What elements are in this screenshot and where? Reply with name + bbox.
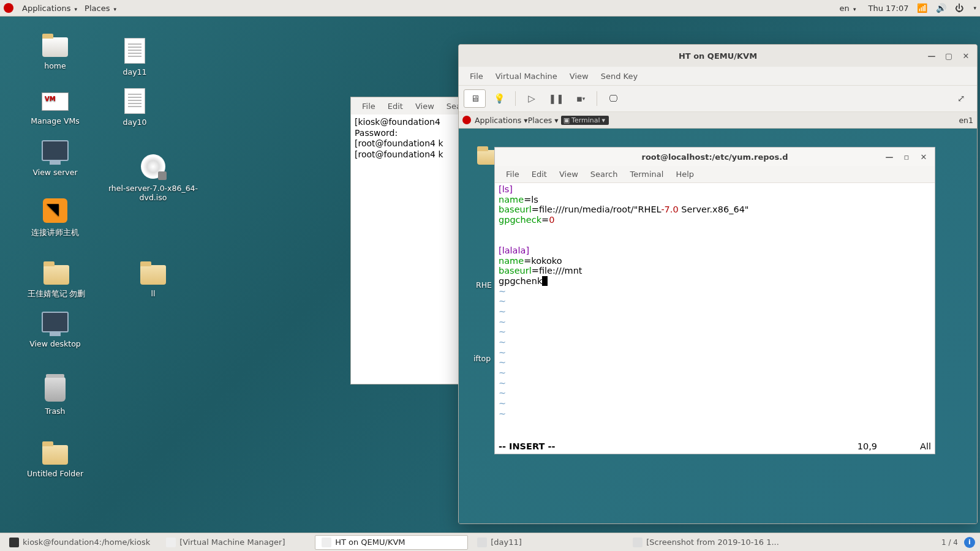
- maximize-button[interactable]: ▢: [940, 48, 957, 64]
- snapshot-button[interactable]: 🖵: [602, 89, 624, 108]
- menu-file[interactable]: File: [357, 100, 380, 112]
- window-title: HT on QEMU/KVM: [679, 51, 757, 61]
- console-button[interactable]: 🖥: [464, 89, 486, 108]
- minimize-button[interactable]: —: [923, 48, 940, 64]
- guest-terminal-indicator[interactable]: ▣ Terminal ▾: [561, 116, 609, 125]
- vim-scroll-pct: All: [920, 441, 931, 454]
- guest-label-rhel: RHE: [476, 280, 492, 290]
- task-imageviewer[interactable]: [Screenshot from 2019-10-16 1...: [626, 535, 786, 550]
- menu-view[interactable]: View: [410, 100, 439, 112]
- ll-folder[interactable]: ll: [116, 257, 190, 298]
- pause-button[interactable]: ❚❚: [545, 89, 567, 108]
- home-folder[interactable]: home: [18, 29, 92, 70]
- guest-terminal-menubar: File Edit View Search Terminal Help: [495, 166, 935, 183]
- task-vmm[interactable]: [Virtual Machine Manager]: [159, 535, 312, 550]
- notes-folder[interactable]: 王佳婧笔记 勿删: [13, 257, 99, 299]
- tigervnc-launcher[interactable]: 连接讲师主机: [18, 196, 92, 238]
- maximize-button[interactable]: ▫: [898, 149, 915, 165]
- play-button[interactable]: ▷: [521, 89, 543, 108]
- guest-terminal-window[interactable]: root@localhost:/etc/yum.repos.d — ▫ ✕ Fi…: [494, 147, 935, 454]
- guest-applications-menu[interactable]: Applications ▾: [475, 116, 528, 125]
- shutdown-button[interactable]: ▪ ▾: [570, 89, 592, 108]
- task-gedit[interactable]: [day11]: [470, 535, 624, 550]
- menu-edit[interactable]: Edit: [527, 168, 552, 180]
- vmm-icon: [322, 538, 331, 547]
- view-server[interactable]: View server: [18, 136, 92, 177]
- menu-view[interactable]: View: [565, 70, 594, 82]
- manage-vms[interactable]: Manage VMs: [18, 84, 92, 126]
- workspace-indicator[interactable]: 1 / 4: [938, 538, 962, 547]
- chevron-down-icon: ▾: [114, 6, 117, 12]
- menu-edit[interactable]: Edit: [383, 100, 408, 112]
- chevron-down-icon: ▾: [973, 5, 976, 11]
- volume-icon[interactable]: 🔊: [936, 3, 946, 13]
- clock[interactable]: Thu 17:07: [868, 4, 908, 13]
- guest-terminal-titlebar[interactable]: root@localhost:/etc/yum.repos.d — ▫ ✕: [495, 148, 935, 166]
- lightbulb-button[interactable]: 💡: [488, 89, 510, 108]
- power-icon[interactable]: ⏻: [955, 3, 963, 13]
- minimize-button[interactable]: —: [881, 149, 898, 165]
- chevron-down-icon: ▾: [75, 6, 78, 12]
- vmm-icon: [166, 538, 176, 547]
- redhat-icon: [462, 116, 471, 124]
- window-titlebar[interactable]: HT on QEMU/KVM — ▢ ✕: [459, 45, 977, 67]
- vim-content[interactable]: [ls] name=ls baseurl=file:///run/media/r…: [495, 183, 935, 441]
- close-button[interactable]: ✕: [957, 48, 974, 64]
- task-vm-viewer[interactable]: HT on QEMU/KVM: [315, 535, 468, 550]
- virt-menubar: File Virtual Machine View Send Key: [459, 67, 977, 85]
- gnome-topbar: Applications ▾ Places ▾ en ▾ Thu 17:07 📶…: [0, 0, 980, 17]
- fullscreen-button[interactable]: ⤢: [950, 89, 972, 108]
- vim-statusline: -- INSERT -- 10,9 All: [495, 441, 935, 454]
- task-terminal[interactable]: kiosk@foundation4:/home/kiosk: [2, 535, 157, 550]
- terminal-icon: [9, 538, 19, 547]
- trash[interactable]: Trash: [18, 375, 92, 416]
- guest-lang[interactable]: en1: [959, 116, 973, 125]
- taskbar: kiosk@foundation4:/home/kiosk [Virtual M…: [0, 533, 980, 551]
- guest-terminal-title: root@localhost:/etc/yum.repos.d: [641, 152, 788, 162]
- menu-send-key[interactable]: Send Key: [596, 70, 643, 82]
- document-icon: [477, 538, 487, 547]
- applications-menu[interactable]: Applications ▾: [18, 4, 81, 13]
- menu-search[interactable]: Search: [586, 168, 623, 180]
- untitled-folder[interactable]: Untitled Folder: [12, 437, 98, 478]
- places-menu[interactable]: Places ▾: [81, 4, 120, 13]
- vim-mode: -- INSERT --: [499, 441, 555, 454]
- network-icon[interactable]: 📶: [917, 3, 927, 13]
- file-day11[interactable]: day11: [98, 36, 172, 77]
- redhat-icon: [4, 3, 13, 13]
- input-lang[interactable]: en ▾: [836, 4, 860, 13]
- menu-virtual-machine[interactable]: Virtual Machine: [491, 70, 562, 82]
- menu-terminal[interactable]: Terminal: [625, 168, 668, 180]
- close-button[interactable]: ✕: [915, 149, 932, 165]
- menu-help[interactable]: Help: [671, 168, 699, 180]
- menu-file[interactable]: File: [465, 70, 488, 82]
- vim-cursor-pos: 10,9: [858, 441, 877, 454]
- virt-viewer-window: HT on QEMU/KVM — ▢ ✕ File Virtual Machin…: [458, 44, 978, 524]
- guest-places-menu[interactable]: Places ▾: [528, 116, 559, 125]
- info-badge[interactable]: i: [964, 537, 975, 548]
- virt-toolbar: 🖥 💡 ▷ ❚❚ ▪ ▾ 🖵 ⤢: [459, 85, 977, 112]
- file-day10[interactable]: day10: [98, 86, 172, 127]
- view-desktop[interactable]: View desktop: [18, 307, 92, 348]
- guest-label-iftop: iftop: [473, 354, 491, 363]
- iso-file[interactable]: rhel-server-7.0-x86_64-dvd.iso: [104, 152, 202, 202]
- guest-topbar: Applications ▾ Places ▾ ▣ Terminal ▾ en1: [459, 112, 977, 129]
- system-tray: en ▾ Thu 17:07 📶 🔊 ⏻ ▾: [836, 3, 976, 13]
- menu-file[interactable]: File: [501, 168, 524, 180]
- cursor-block: [542, 276, 548, 286]
- image-icon: [633, 538, 643, 547]
- menu-view[interactable]: View: [554, 168, 583, 180]
